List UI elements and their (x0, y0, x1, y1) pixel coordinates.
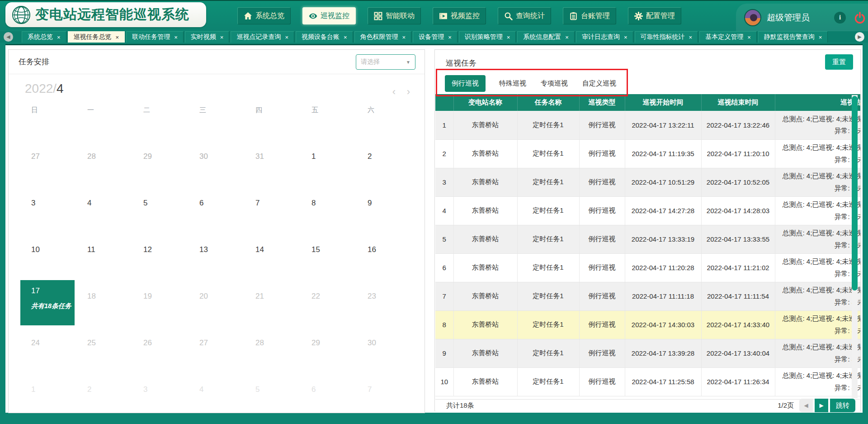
close-icon[interactable]: × (448, 34, 452, 40)
close-icon[interactable]: × (220, 34, 224, 40)
close-icon[interactable]: × (285, 34, 288, 40)
tabs-scroll-right-icon[interactable]: ▶ (855, 32, 864, 42)
table-row[interactable]: 10东善桥站定时任务1例行巡视2022-04-17 11:25:582022-0… (435, 367, 860, 396)
nav-inspection-monitor[interactable]: 巡视监控 (302, 7, 356, 24)
close-icon[interactable]: × (57, 34, 61, 40)
close-icon[interactable]: × (565, 34, 569, 40)
window-tab[interactable]: 审计日志查询× (576, 31, 633, 43)
close-icon[interactable]: × (747, 34, 751, 40)
calendar-day-cell[interactable]: 3 (20, 187, 76, 233)
power-icon[interactable] (854, 12, 866, 24)
nav-ledger-management[interactable]: 台账管理 (563, 7, 616, 24)
calendar-day-cell[interactable]: 27 (20, 140, 76, 187)
calendar-day-cell[interactable]: 21 (245, 280, 301, 327)
nav-config-management[interactable]: 配置管理 (628, 7, 681, 24)
table-row[interactable]: 6东善桥站定时任务1例行巡视2022-04-17 11:20:282022-04… (435, 253, 860, 282)
calendar-day-cell[interactable]: 2 (357, 140, 413, 187)
calendar-day-cell[interactable]: 22 (301, 280, 357, 327)
calendar-day-cell[interactable]: 1 (20, 373, 76, 413)
calendar-prev-icon[interactable]: ‹ (392, 87, 396, 97)
calendar-day-cell[interactable]: 31 (245, 140, 301, 187)
calendar-day-cell[interactable]: 6 (189, 187, 245, 233)
close-icon[interactable]: × (507, 34, 510, 40)
calendar-day-cell[interactable]: 20 (189, 280, 245, 327)
tabs-scroll-left-icon[interactable]: ◀ (4, 32, 13, 42)
close-icon[interactable]: × (624, 34, 627, 40)
window-tab[interactable]: 巡视点记录查询× (231, 31, 294, 43)
window-tab[interactable]: 系统信息配置× (517, 31, 575, 43)
next-page-icon[interactable]: ▶ (815, 399, 828, 412)
window-tab[interactable]: 静默监视告警查询× (758, 31, 828, 43)
calendar-day-cell[interactable]: 7 (245, 187, 301, 233)
calendar-day-cell[interactable]: 2 (76, 373, 132, 413)
table-scrollbar-track[interactable] (852, 95, 858, 398)
nav-video-monitor[interactable]: 视频监控 (433, 7, 486, 24)
nav-system-overview[interactable]: 系统总览 (237, 7, 291, 24)
table-row[interactable]: 2东善桥站定时任务1例行巡视2022-04-17 11:19:352022-04… (435, 139, 860, 168)
calendar-day-cell[interactable]: 11 (76, 233, 132, 280)
tab-dedicated-inspection[interactable]: 专项巡视 (540, 75, 569, 92)
calendar-day-cell[interactable]: 18 (76, 280, 132, 327)
prev-page-icon[interactable]: ◀ (799, 399, 813, 412)
calendar-day-cell[interactable]: 7 (357, 373, 413, 413)
calendar-day-cell[interactable]: 25 (76, 327, 132, 373)
reset-button[interactable]: 重置 (825, 54, 853, 70)
close-icon[interactable]: × (819, 34, 822, 40)
calendar-day-cell[interactable]: 1 (301, 140, 357, 187)
calendar-day-cell[interactable]: 4 (76, 187, 132, 233)
window-tab[interactable]: 设备管理× (413, 31, 458, 43)
calendar-day-cell[interactable]: 8 (301, 187, 357, 233)
window-tab[interactable]: 实时视频× (185, 31, 230, 43)
nav-smart-linkage[interactable]: 智能联动 (368, 7, 421, 24)
calendar-day-cell[interactable]: 27 (189, 327, 245, 373)
window-tab[interactable]: 联动任务管理× (126, 31, 184, 43)
calendar-day-cell[interactable]: 29 (301, 327, 357, 373)
table-scrollbar-thumb[interactable] (852, 96, 858, 291)
calendar-day-cell[interactable]: 9 (357, 187, 413, 233)
calendar-day-cell[interactable]: 30 (357, 327, 413, 373)
close-icon[interactable]: × (689, 34, 693, 40)
calendar-day-cell[interactable]: 16 (357, 233, 413, 280)
calendar-next-icon[interactable]: › (407, 87, 410, 97)
table-row[interactable]: 8东善桥站定时任务1例行巡视2022-04-17 14:30:032022-04… (435, 310, 860, 339)
calendar-day-cell[interactable]: 4 (189, 373, 245, 413)
calendar-day-cell[interactable]: 12 (132, 233, 189, 280)
window-tab[interactable]: 基本定义管理× (699, 31, 757, 43)
user-avatar[interactable] (744, 9, 761, 26)
table-row[interactable]: 5东善桥站定时任务1例行巡视2022-04-17 13:33:192022-04… (435, 225, 860, 253)
close-icon[interactable]: × (116, 34, 119, 40)
table-row[interactable]: 9东善桥站定时任务1例行巡视2022-04-17 13:39:282022-04… (435, 339, 860, 367)
calendar-day-cell[interactable]: 19 (132, 280, 189, 327)
jump-button[interactable]: 跳转 (830, 399, 855, 412)
table-row[interactable]: 4东善桥站定时任务1例行巡视2022-04-17 14:27:282022-04… (435, 196, 860, 225)
calendar-day-cell[interactable]: 28 (245, 327, 301, 373)
calendar-day-cell[interactable]: 15 (301, 233, 357, 280)
calendar-day-cell[interactable]: 3 (132, 373, 189, 413)
window-tab[interactable]: 巡视任务总览× (68, 31, 125, 43)
calendar-day-cell[interactable]: 14 (245, 233, 301, 280)
window-tab[interactable]: 角色权限管理× (354, 31, 412, 43)
calendar-day-cell[interactable]: 6 (301, 373, 357, 413)
window-tab[interactable]: 视频设备台账× (296, 31, 353, 43)
calendar-day-cell[interactable]: 28 (76, 140, 132, 187)
window-tab[interactable]: 识别策略管理× (459, 31, 516, 43)
station-select[interactable]: 请选择 ▼ (356, 54, 415, 70)
tab-custom-inspection[interactable]: 自定义巡视 (581, 75, 617, 92)
table-row[interactable]: 7东善桥站定时任务1例行巡视2022-04-17 11:11:182022-04… (435, 282, 860, 310)
calendar-day-selected[interactable]: 17共有18条任务 (20, 280, 75, 325)
calendar-day-cell[interactable]: 30 (189, 140, 245, 187)
table-row[interactable]: 1东善桥站定时任务1例行巡视2022-04-17 13:22:112022-04… (435, 111, 860, 139)
calendar-day-cell[interactable]: 13 (189, 233, 245, 280)
info-icon[interactable]: i (834, 12, 846, 24)
table-row[interactable]: 3东善桥站定时任务1例行巡视2022-04-17 10:51:292022-04… (435, 168, 860, 196)
calendar-day-cell[interactable]: 5 (245, 373, 301, 413)
tab-routine-inspection[interactable]: 例行巡视 (445, 75, 486, 92)
calendar-day-cell[interactable]: 23 (357, 280, 413, 327)
close-icon[interactable]: × (174, 34, 178, 40)
nav-query-statistics[interactable]: 查询统计 (498, 7, 551, 24)
calendar-day-cell[interactable]: 29 (132, 140, 189, 187)
tab-special-inspection[interactable]: 特殊巡视 (498, 75, 527, 92)
calendar-day-cell[interactable]: 10 (20, 233, 76, 280)
calendar-day-cell[interactable]: 24 (20, 327, 76, 373)
window-tab[interactable]: 系统总览× (22, 31, 66, 43)
